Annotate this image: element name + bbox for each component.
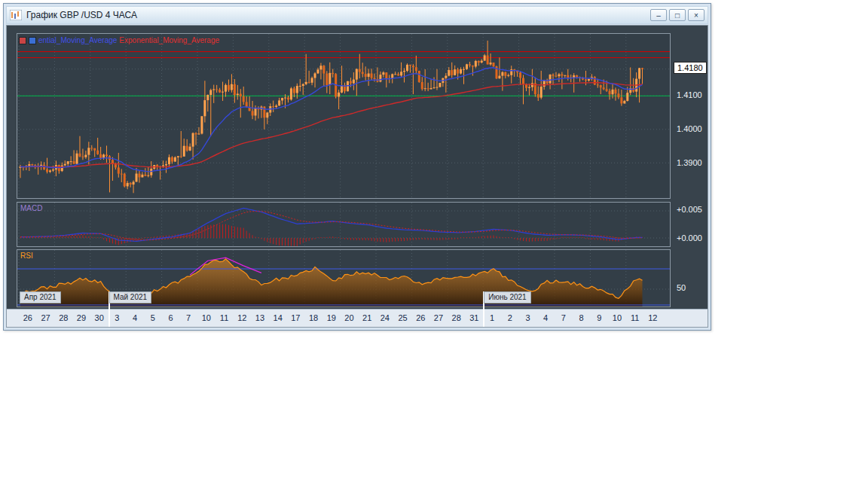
date-label: 24	[381, 313, 390, 322]
ema-fast-label: ential_Moving_Average	[38, 36, 117, 44]
close-button[interactable]: ×	[688, 9, 704, 21]
date-label: 27	[41, 313, 50, 322]
month-label: Июнь 2021	[484, 291, 530, 303]
time-axis[interactable]: 2627282930345671011121314171819202124252…	[7, 309, 708, 328]
rsi-scale-label: 50	[677, 283, 686, 292]
price-scale-label: 1.3900	[677, 158, 702, 167]
date-label: 29	[77, 313, 86, 322]
date-label: 8	[579, 313, 583, 322]
price-chart[interactable]	[17, 34, 670, 198]
date-label: 28	[59, 313, 68, 322]
date-label: 9	[597, 313, 601, 322]
date-label: 26	[23, 313, 32, 322]
date-label: 20	[344, 313, 353, 322]
date-label: 27	[434, 313, 443, 322]
macd-label: MACD	[20, 204, 42, 212]
date-label: 21	[362, 313, 371, 322]
date-label: 5	[151, 313, 155, 322]
indicator-button-blue[interactable]	[29, 37, 36, 44]
price-scale-label: 1.4100	[677, 90, 702, 99]
macd-chart[interactable]	[17, 203, 670, 246]
date-label: 10	[613, 313, 622, 322]
date-label: 18	[309, 313, 318, 322]
date-label: 10	[202, 313, 211, 322]
window-controls: – □ ×	[650, 9, 704, 21]
price-panel[interactable]: ential_Moving_Average Exponential_Moving…	[17, 33, 671, 199]
date-label: 12	[237, 313, 246, 322]
date-label: 7	[186, 313, 191, 322]
titlebar[interactable]: График GBP /USD 4 ЧАСА – □ ×	[6, 6, 708, 24]
date-label: 2	[508, 313, 512, 322]
date-label: 17	[291, 313, 300, 322]
date-label: 1	[490, 313, 494, 322]
date-label: 30	[95, 313, 104, 322]
date-label: 11	[631, 313, 639, 322]
month-label: Май 2021	[109, 291, 152, 303]
maximize-button[interactable]: □	[669, 9, 686, 21]
date-label: 12	[648, 313, 657, 322]
chart-client-area: ential_Moving_Average Exponential_Moving…	[6, 25, 708, 328]
date-label: 7	[561, 313, 566, 322]
date-label: 26	[416, 313, 425, 322]
month-label: Апр 2021	[20, 291, 61, 303]
macd-scale-label: +0.005	[677, 205, 702, 214]
date-label: 28	[452, 313, 461, 322]
date-label: 14	[274, 313, 283, 322]
chart-window: График GBP /USD 4 ЧАСА – □ × ential_Movi…	[3, 3, 711, 331]
ema-slow-label: Exponential_Moving_Average	[119, 36, 219, 44]
date-label: 31	[469, 313, 478, 322]
date-label: 6	[168, 313, 173, 322]
current-price-tag: 1.4180	[674, 62, 707, 74]
price-scale-label: 1.4000	[677, 124, 702, 133]
price-scale-column[interactable]: 1.4180 1.4100 1.4000 1.3900 +0.005 +0.00…	[672, 26, 708, 309]
candlesticks	[19, 41, 643, 193]
date-label: 4	[543, 313, 548, 322]
date-label: 13	[255, 313, 264, 322]
indicator-legend: ential_Moving_Average Exponential_Moving…	[19, 36, 219, 44]
minimize-button[interactable]: –	[650, 9, 667, 21]
ema-line	[20, 83, 643, 167]
date-label: 11	[220, 313, 228, 322]
window-title: График GBP /USD 4 ЧАСА	[26, 10, 646, 20]
date-label: 25	[398, 313, 407, 322]
desktop: { "window": { "title": "График GBP /USD …	[0, 0, 868, 488]
date-label: 4	[133, 313, 137, 322]
macd-line	[20, 208, 643, 241]
date-label: 19	[327, 313, 336, 322]
rsi-label: RSI	[20, 252, 33, 260]
macd-panel[interactable]: MACD	[17, 202, 671, 247]
indicator-button-red[interactable]	[19, 37, 26, 44]
date-label: 3	[115, 313, 119, 322]
chart-icon	[10, 10, 22, 20]
macd-scale-label: +0.000	[677, 233, 702, 242]
date-label: 3	[525, 313, 530, 322]
